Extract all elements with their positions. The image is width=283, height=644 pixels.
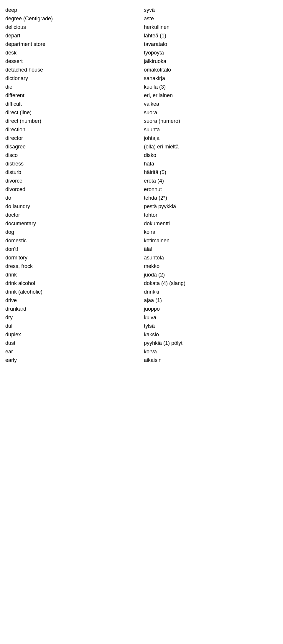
- english-word: ear: [3, 349, 142, 355]
- english-word: do laundry: [3, 203, 142, 210]
- finnish-translation: ajaa (1): [142, 297, 280, 304]
- finnish-translation: kaksio: [142, 332, 280, 338]
- table-row: direct (number)suora (numero): [3, 117, 280, 125]
- finnish-translation: drinkki: [142, 289, 280, 295]
- dictionary-table: deepsyvädegree (Centigrade)astedelicious…: [0, 0, 283, 370]
- english-word: drive: [3, 297, 142, 304]
- table-row: dress, frockmekko: [3, 262, 280, 271]
- finnish-translation: dokumentti: [142, 221, 280, 227]
- table-row: diekuolla (3): [3, 83, 280, 91]
- english-word: desk: [3, 50, 142, 56]
- finnish-translation: suora (numero): [142, 118, 280, 124]
- table-row: divorceerota (4): [3, 177, 280, 185]
- table-row: dogkoira: [3, 228, 280, 236]
- finnish-translation: eronnut: [142, 186, 280, 193]
- table-row: dessertjälkiruoka: [3, 57, 280, 66]
- table-row: drinkjuoda (2): [3, 271, 280, 279]
- english-word: drink (alcoholic): [3, 289, 142, 295]
- english-word: disco: [3, 152, 142, 158]
- table-row: differenteri, erilainen: [3, 91, 280, 100]
- table-row: discodisko: [3, 151, 280, 160]
- finnish-translation: dokata (4) (slang): [142, 280, 280, 287]
- english-word: depart: [3, 33, 142, 39]
- table-row: drink (alcoholic)drinkki: [3, 288, 280, 296]
- finnish-translation: tohtori: [142, 212, 280, 218]
- table-row: duplexkaksio: [3, 330, 280, 339]
- table-row: do laundrypestä pyykkiä: [3, 202, 280, 211]
- english-word: different: [3, 92, 142, 99]
- finnish-translation: jälkiruoka: [142, 58, 280, 64]
- finnish-translation: hätä: [142, 161, 280, 167]
- table-row: direct (line)suora: [3, 108, 280, 117]
- finnish-translation: juoda (2): [142, 272, 280, 278]
- english-word: drink alcohol: [3, 280, 142, 287]
- english-word: don't!: [3, 246, 142, 252]
- english-word: direction: [3, 127, 142, 133]
- table-row: deliciousherkullinen: [3, 23, 280, 32]
- finnish-translation: kuolla (3): [142, 84, 280, 90]
- english-word: divorced: [3, 186, 142, 193]
- finnish-translation: omakotitalo: [142, 67, 280, 73]
- english-word: dessert: [3, 58, 142, 64]
- finnish-translation: häiritä (5): [142, 169, 280, 176]
- table-row: dotehdä (2*): [3, 194, 280, 202]
- table-row: dictionarysanakirja: [3, 74, 280, 83]
- finnish-translation: eri, erilainen: [142, 92, 280, 99]
- english-word: die: [3, 84, 142, 90]
- english-word: detached house: [3, 67, 142, 73]
- english-word: documentary: [3, 221, 142, 227]
- finnish-translation: suora: [142, 110, 280, 116]
- table-row: dulltylsä: [3, 322, 280, 330]
- english-word: direct (number): [3, 118, 142, 124]
- english-word: difficult: [3, 101, 142, 107]
- english-word: divorce: [3, 178, 142, 184]
- english-word: dust: [3, 340, 142, 346]
- finnish-translation: johtaja: [142, 135, 280, 141]
- english-word: direct (line): [3, 110, 142, 116]
- table-row: doctortohtori: [3, 211, 280, 219]
- finnish-translation: syvä: [142, 7, 280, 13]
- table-row: dormitoryasuntola: [3, 254, 280, 262]
- finnish-translation: erota (4): [142, 178, 280, 184]
- table-row: earlyaikaisin: [3, 356, 280, 365]
- finnish-translation: koira: [142, 229, 280, 235]
- finnish-translation: lähteä (1): [142, 33, 280, 39]
- table-row: dustpyyhkiä (1) pölyt: [3, 339, 280, 347]
- table-row: deepsyvä: [3, 6, 280, 14]
- english-word: disagree: [3, 144, 142, 150]
- finnish-translation: (olla) eri mieltä: [142, 144, 280, 150]
- finnish-translation: vaikea: [142, 101, 280, 107]
- finnish-translation: pestä pyykkiä: [142, 203, 280, 210]
- finnish-translation: pyyhkiä (1) pölyt: [142, 340, 280, 346]
- table-row: directorjohtaja: [3, 134, 280, 143]
- table-row: don't!älä!: [3, 245, 280, 254]
- english-word: dull: [3, 323, 142, 329]
- table-row: disturbhäiritä (5): [3, 168, 280, 177]
- table-row: departlähteä (1): [3, 32, 280, 40]
- table-row: drunkardjuoppo: [3, 305, 280, 313]
- table-row: drykuiva: [3, 313, 280, 322]
- table-row: domestickotimainen: [3, 236, 280, 245]
- english-word: dormitory: [3, 255, 142, 261]
- table-row: driveajaa (1): [3, 296, 280, 305]
- english-word: early: [3, 357, 142, 363]
- finnish-translation: aste: [142, 16, 280, 22]
- finnish-translation: työpöytä: [142, 50, 280, 56]
- english-word: deep: [3, 7, 142, 13]
- english-word: delicious: [3, 24, 142, 30]
- finnish-translation: asuntola: [142, 255, 280, 261]
- table-row: divorcederonnut: [3, 185, 280, 194]
- english-word: dry: [3, 314, 142, 321]
- finnish-translation: älä!: [142, 246, 280, 252]
- table-row: desktyöpöytä: [3, 49, 280, 57]
- table-row: documentarydokumentti: [3, 219, 280, 228]
- finnish-translation: mekko: [142, 263, 280, 269]
- english-word: dog: [3, 229, 142, 235]
- english-word: doctor: [3, 212, 142, 218]
- finnish-translation: tehdä (2*): [142, 195, 280, 201]
- table-row: difficultvaikea: [3, 100, 280, 108]
- table-row: detached houseomakotitalo: [3, 66, 280, 74]
- english-word: drink: [3, 272, 142, 278]
- table-row: department storetavaratalo: [3, 40, 280, 49]
- finnish-translation: tylsä: [142, 323, 280, 329]
